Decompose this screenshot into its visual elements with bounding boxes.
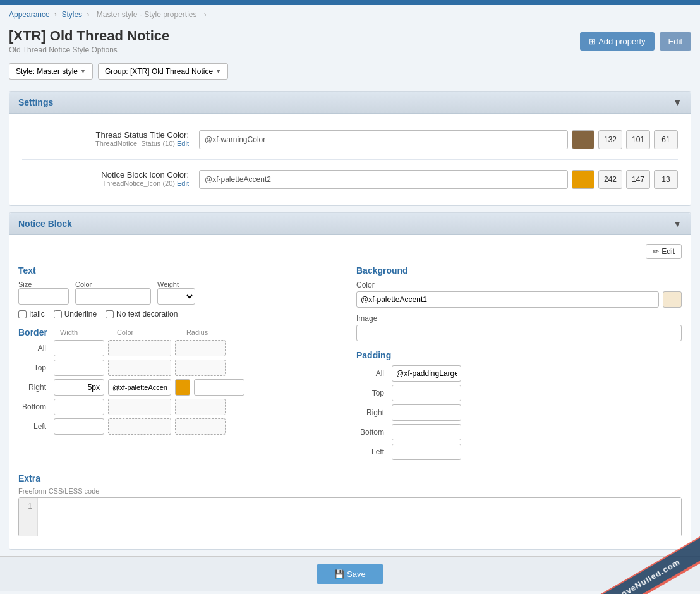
padding-row-top: Top [356,385,682,401]
padding-bottom-input[interactable] [392,424,461,440]
page-subtitle: Old Thread Notice Style Options [9,45,169,54]
color-label: Color [75,281,151,288]
padding-section: Padding All Top Right [356,350,682,460]
extra-placeholder-label: Freeform CSS/LESS code [18,487,682,495]
style-dropdown[interactable]: Style: Master style [9,63,93,80]
text-weight-select[interactable] [157,288,195,305]
notice-block-content: ✏ Edit Text Size Color [9,235,691,549]
breadcrumb-current: Master style - Style properties [97,10,197,19]
notice-block-section: Notice Block ▼ ✏ Edit Text Size [9,212,691,550]
notice-icon-edit-link[interactable]: Edit [177,179,189,187]
underline-label: Underline [64,310,97,318]
add-property-button[interactable]: ⊞ Add property [580,32,654,51]
header-actions: ⊞ Add property Edit [580,32,691,51]
text-size-input[interactable] [18,288,69,305]
border-row-left: Left [18,418,344,435]
bg-image-input[interactable] [356,325,682,341]
notice-icon-g: 147 [626,170,650,189]
no-decoration-label: No text decoration [116,310,178,318]
code-area: 1 [18,497,682,536]
bg-image-group: Image [356,314,682,341]
border-row-bottom: Bottom [18,399,344,415]
notice-icon-input[interactable] [199,170,568,189]
border-all-width[interactable] [54,340,104,356]
no-decoration-checkbox[interactable] [106,310,114,318]
thread-status-sublabel: ThreadNotice_Status (10) Edit [22,140,189,147]
italic-label: Italic [29,310,45,318]
bg-color-row [356,291,682,308]
bg-color-label: Color [356,281,682,289]
italic-checkbox[interactable] [18,310,27,318]
settings-title: Settings [18,97,53,107]
border-bottom-radius[interactable] [175,399,226,415]
padding-row-right: Right [356,404,682,421]
thread-status-g: 101 [626,130,650,149]
border-right-radius[interactable] [194,379,244,396]
page-title: [XTR] Old Thread Notice [9,28,169,44]
breadcrumb-styles[interactable]: Styles [61,10,82,19]
border-bottom-color[interactable] [108,399,171,415]
border-right-width[interactable] [54,379,104,396]
breadcrumb-appearance[interactable]: Appearance [9,10,50,19]
thread-status-edit-link[interactable]: Edit [177,140,189,147]
border-left-width[interactable] [54,418,104,435]
border-top-width[interactable] [54,360,104,376]
breadcrumb: Appearance › Styles › Master style - Sty… [0,5,700,24]
text-title: Text [18,265,344,276]
save-button[interactable]: 💾 Save [317,564,383,584]
settings-toggle[interactable]: ▼ [673,97,682,107]
border-all-color[interactable] [108,340,171,356]
border-bottom-width[interactable] [54,399,104,415]
border-right-color-input[interactable] [108,379,171,396]
text-fields: Size Color Weight [18,281,344,305]
underline-checkbox[interactable] [54,310,62,318]
nb-edit-bar: ✏ Edit [18,241,682,265]
notice-icon-swatch[interactable] [572,170,594,189]
code-gutter: 1 [19,498,38,536]
bg-color-group: Color [356,281,682,308]
filter-bar: Style: Master style Group: [XTR] Old Thr… [0,58,700,85]
settings-content: Thread Status Title Color: ThreadNotice_… [9,114,691,205]
border-left-color[interactable] [108,418,171,435]
plus-icon: ⊞ [589,37,596,46]
border-top-color[interactable] [108,360,171,376]
border-right-color-swatch[interactable] [175,379,190,396]
padding-row-all: All [356,365,682,382]
weight-label: Weight [157,281,195,288]
padding-left-input[interactable] [392,444,461,460]
extra-section: Extra Freeform CSS/LESS code 1 [18,473,682,536]
text-color-input[interactable] [75,288,151,305]
padding-right-input[interactable] [392,404,461,421]
bg-color-swatch[interactable] [663,291,682,308]
bg-title: Background [356,265,682,276]
edit-button[interactable]: Edit [660,32,691,51]
text-checkboxes: Italic Underline No text decoration [18,310,344,318]
notice-block-toggle[interactable]: ▼ [673,219,682,229]
border-top-radius[interactable] [175,360,226,376]
notice-icon-label: Notice Block Icon Color: [22,170,189,179]
padding-top-input[interactable] [392,385,461,401]
padding-all-input[interactable] [392,365,461,382]
notice-icon-sublabel: ThreadNotice_Icon (20) Edit [22,179,189,187]
padding-row-left: Left [356,444,682,460]
border-all-radius[interactable] [175,340,226,356]
nb-grid: Text Size Color Weight [18,265,682,463]
bg-image-label: Image [356,314,682,323]
border-left-radius[interactable] [175,418,226,435]
code-editor[interactable] [38,498,681,536]
nb-edit-button[interactable]: ✏ Edit [646,244,682,259]
thread-status-swatch[interactable] [572,130,594,149]
nb-left: Text Size Color Weight [18,265,344,463]
thread-status-b: 61 [654,130,678,149]
save-icon: 💾 [334,569,347,579]
border-color-header: Color [117,329,180,336]
thread-status-label: Thread Status Title Color: [22,130,189,140]
notice-block-title: Notice Block [18,219,72,229]
edit-icon: ✏ [653,247,659,256]
thread-status-input[interactable] [199,130,568,149]
notice-icon-r: 242 [598,170,622,189]
extra-title: Extra [18,473,682,483]
bg-color-input[interactable] [356,291,659,308]
group-dropdown[interactable]: Group: [XTR] Old Thread Notice [98,63,228,80]
page-header: [XTR] Old Thread Notice Old Thread Notic… [0,24,700,58]
